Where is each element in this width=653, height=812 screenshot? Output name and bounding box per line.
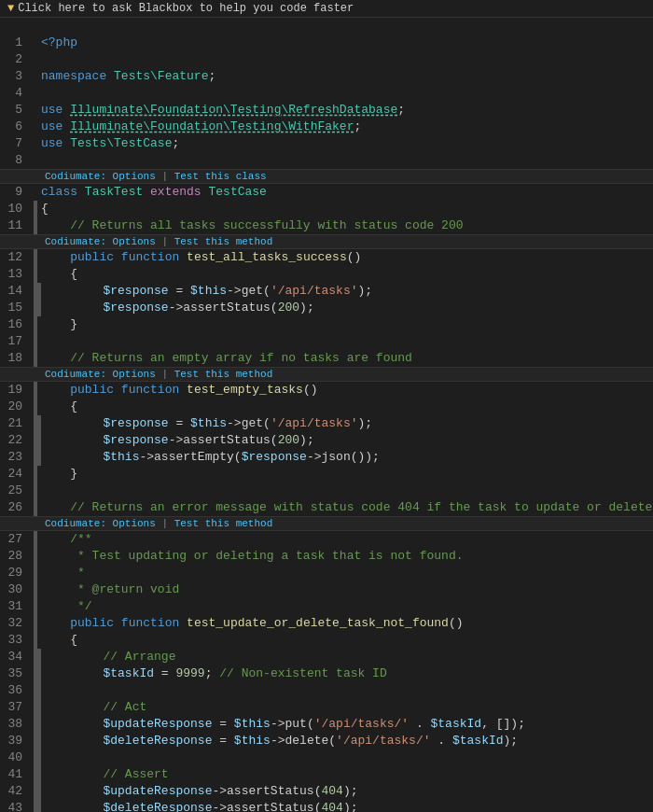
token: = (212, 734, 233, 748)
token: ; (208, 69, 215, 83)
code-line: 39 $deleteResponse = $this->delete('/api… (0, 733, 653, 749)
code-line: 22 $response->assertStatus(200); (0, 432, 653, 449)
line-number: 41 (0, 766, 34, 783)
token: TaskTest (85, 185, 143, 199)
token: ->assertStatus( (212, 801, 321, 812)
token: () (303, 383, 318, 397)
token: ); (358, 416, 373, 430)
line-content (41, 682, 653, 699)
code-line: 43 $deleteResponse->assertStatus(404); (0, 800, 653, 812)
line-number: 38 (0, 716, 34, 733)
token: Illuminate\Foundation\Testing\WithFaker (70, 119, 354, 133)
token (41, 599, 77, 613)
token: extends (150, 185, 201, 199)
codiumate-options[interactable]: Codiumate: Options (45, 236, 156, 247)
line-content: public function test_empty_tasks() (37, 382, 653, 399)
token (45, 284, 103, 298)
token (114, 250, 121, 264)
line-content: { (37, 632, 653, 649)
token: ; (354, 119, 361, 133)
token: . (409, 717, 430, 731)
token: // Act (103, 700, 146, 714)
line-content: use Illuminate\Foundation\Testing\WithFa… (37, 119, 653, 135)
token: test_empty_tasks (187, 383, 303, 397)
line-number: 16 (0, 316, 34, 333)
line-content: } (37, 316, 653, 333)
code-line: 23 $this->assertEmpty($response->json())… (0, 449, 653, 466)
token: $response (103, 416, 168, 430)
token (114, 616, 121, 630)
code-line: 5use Illuminate\Foundation\Testing\Refre… (0, 102, 653, 119)
code-line: 2 (0, 51, 653, 68)
code-line: 19 public function test_empty_tasks() (0, 382, 653, 399)
token (45, 666, 103, 680)
token: public (70, 383, 114, 397)
code-line: 25 (0, 483, 653, 499)
token: ); (504, 734, 519, 748)
token: ->assertStatus( (169, 301, 278, 315)
token: $taskId (431, 717, 482, 731)
token (41, 566, 77, 580)
token: function (121, 250, 179, 264)
line-number: 26 (0, 499, 34, 516)
token (77, 185, 85, 199)
token (106, 69, 114, 83)
token: ->assertStatus( (169, 433, 278, 447)
line-content: class TaskTest extends TestCase (37, 184, 653, 201)
code-line: 37 // Act (0, 699, 653, 716)
code-line: 17 (0, 333, 653, 350)
token: ); (299, 301, 314, 315)
token: 9999 (175, 666, 204, 680)
token: } (41, 467, 77, 481)
line-number: 9 (0, 184, 34, 201)
token: ); (299, 433, 314, 447)
token: Tests\TestCase (70, 136, 172, 150)
token: public (70, 616, 114, 630)
token (45, 767, 103, 781)
token: ); (343, 801, 358, 812)
token: $this (190, 284, 227, 298)
token: 404 (321, 784, 342, 798)
token: // Arrange (103, 650, 175, 664)
line-content: * (37, 565, 653, 581)
line-content: $deleteResponse = $this->delete('/api/ta… (41, 733, 653, 749)
codiumate-options[interactable]: Codiumate: Options (45, 171, 156, 182)
line-number: 32 (0, 615, 34, 632)
code-line: 31 */ (0, 598, 653, 615)
line-number: 14 (0, 283, 34, 300)
token: '/api/tasks/' (336, 734, 430, 748)
codiumate-sep: | (156, 369, 174, 380)
token (45, 416, 103, 430)
token: ->assertStatus( (212, 784, 321, 798)
codiumate-options[interactable]: Codiumate: Options (45, 518, 156, 529)
codiumate-action[interactable]: Test this class (174, 171, 267, 182)
token: Tests\Feature (114, 69, 208, 83)
token (41, 549, 77, 563)
code-line: 32 public function test_update_or_delete… (0, 615, 653, 632)
codiumate-action[interactable]: Test this method (174, 369, 273, 380)
codiumate-options[interactable]: Codiumate: Options (45, 369, 156, 380)
codiumate-action[interactable]: Test this method (174, 518, 273, 529)
token: /** (70, 532, 91, 546)
codiumate-sep: | (156, 171, 174, 182)
top-bar[interactable]: ▼ Click here to ask Blackbox to help you… (0, 0, 653, 18)
token (41, 500, 70, 514)
line-number: 39 (0, 733, 34, 749)
token: $deleteResponse (103, 734, 212, 748)
line-content: $response = $this->get('/api/tasks'); (41, 283, 653, 300)
token: * (77, 566, 85, 580)
token: , []); (481, 717, 525, 731)
token: { (41, 267, 77, 281)
token: ->json()); (307, 450, 380, 464)
code-line: 14 $response = $this->get('/api/tasks'); (0, 283, 653, 300)
line-number: 23 (0, 449, 34, 466)
token (45, 301, 103, 315)
token: function (121, 383, 179, 397)
code-line: 41 // Assert (0, 766, 653, 783)
code-line: 7use Tests\TestCase; (0, 135, 653, 152)
line-number: 24 (0, 466, 34, 483)
token: . (431, 734, 452, 748)
codiumate-action[interactable]: Test this method (174, 236, 273, 247)
token: // Returns an error message with status … (70, 500, 653, 514)
line-content: } (37, 466, 653, 483)
